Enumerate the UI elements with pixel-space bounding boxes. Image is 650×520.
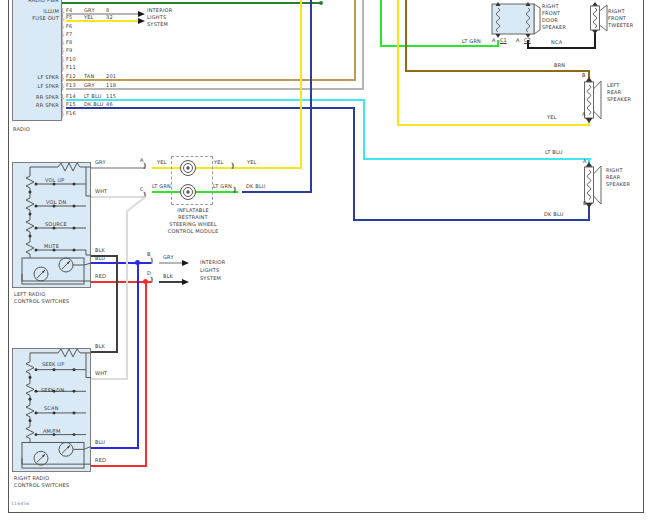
wire-red-right [91, 465, 147, 467]
component-label: DOOR [542, 17, 558, 23]
wire-label: BLK [95, 343, 105, 349]
component-label: REAR [606, 174, 620, 180]
wire-d-blk [159, 281, 182, 283]
wire-switch-gry [91, 167, 145, 169]
system-arrow [182, 260, 189, 266]
pin-bracket: } [60, 48, 65, 56]
inline-connector: ⟩⟩ [150, 277, 151, 284]
wire-yel-riser [300, 0, 302, 169]
interior-lights-system: SYSTEM [200, 275, 221, 281]
junction-dot [135, 260, 140, 265]
wire-radio-pwr-dk-grn [62, 2, 322, 4]
wire-label: LT GRN [462, 38, 481, 44]
wire-switch-wht [91, 196, 145, 198]
wire-label: NCA [551, 39, 562, 45]
wire-dk-blu-riser [310, 0, 312, 193]
wire-label: RED [95, 273, 106, 279]
wire-blu-riser [137, 262, 139, 449]
component-label: CONTROL SWITCHES [14, 482, 69, 488]
radio-pin-label: LF SPKR [12, 74, 59, 80]
speaker-connector-id: C1 [500, 37, 507, 43]
interior-lights-system: INTERIOR [200, 259, 225, 265]
wire-wht-diagonal [125, 196, 146, 213]
interior-lights-system: LIGHTS [200, 267, 219, 273]
pin-bracket: } [60, 111, 65, 119]
wire-label: DK BLU [544, 211, 564, 217]
wire-lt-grn-riser [380, 0, 382, 47]
pin-number: F11 [66, 64, 76, 70]
wire-label: LT BLU [545, 149, 563, 155]
switch-label: SCAN [44, 405, 59, 411]
wire-tan-riser [354, 0, 356, 81]
wire-f13-gry [66, 88, 364, 90]
wire-red-left [91, 281, 151, 283]
wire-wht-riser [126, 212, 128, 380]
switch-label: MUTE [44, 243, 59, 249]
system-arrow [182, 279, 189, 285]
inline-connector: ⟩⟩ [233, 187, 234, 194]
pin-number: F16 [66, 110, 76, 116]
radio-pin-label: ILLUM [12, 8, 59, 14]
wire-label: DK BLU [246, 183, 266, 189]
wire-label: LT GRN [152, 183, 171, 189]
frame-border-left [8, 0, 9, 513]
wire-label: BLU [95, 255, 105, 261]
wire-lt-blu-rr [363, 158, 591, 160]
wiring-diagram: 116456 RADIO PWR ILLUM FUSE OUT LF SPKR … [0, 0, 650, 520]
pin-number: F7 [66, 31, 72, 37]
interior-lights-system: LIGHTS [147, 14, 166, 20]
component-label: LEFT RADIO [14, 291, 45, 297]
wire-f12-tan [66, 79, 356, 81]
speaker-pin-letter: A [516, 37, 519, 43]
component-label: RIGHT [606, 167, 623, 173]
wire-brn [405, 70, 590, 72]
wire-label: LT GRN [213, 183, 232, 189]
frame-border-right [643, 0, 644, 513]
junction-dot [143, 279, 148, 284]
radio-pin-label: RR SPKR [12, 94, 59, 100]
pin-number: F10 [66, 56, 76, 62]
component-label: FRONT [608, 15, 626, 21]
frame-border-bottom [8, 512, 644, 513]
component-label: TWEETER [608, 22, 633, 28]
wire-f14-lt-blu [66, 99, 365, 101]
wire-label: YEL [157, 159, 167, 165]
switch-label: SEEK UP [42, 361, 64, 367]
wire-nca [527, 47, 596, 49]
wire-label: WHT [95, 370, 107, 376]
radio-pin-label: RADIO PWR [12, 0, 59, 3]
wire-f4-gry [66, 13, 138, 15]
wire-yel-lr-riser [397, 0, 399, 126]
pin-number: F8 [66, 39, 72, 45]
speaker-pin-letter: A [582, 111, 585, 117]
system-arrow [138, 11, 145, 17]
interior-lights-system: SYSTEM [147, 21, 168, 27]
pin-number: F6 [66, 23, 72, 29]
wire-dk-blu-rr [353, 219, 590, 221]
component-label: SPEAKER [607, 96, 631, 102]
srs-module-label: STEERING WHEEL [165, 221, 221, 227]
wire-end-dot [319, 1, 323, 5]
component-label: CONTROL SWITCHES [14, 298, 69, 304]
component-label: SPEAKER [606, 181, 630, 187]
wire-red-riser [145, 281, 147, 467]
wire-lt-blu-drop [363, 99, 365, 160]
pin-bracket: } [60, 75, 65, 83]
interior-lights-system: INTERIOR [147, 7, 172, 13]
left-rear-speaker-icon [582, 77, 606, 123]
srs-module-label: RESTRAINT [165, 214, 221, 220]
switch-label: VOL UP [45, 177, 65, 183]
wire-f5-yel [66, 20, 138, 22]
wire-blu-left [91, 262, 151, 264]
wire-label: BLK [95, 247, 105, 253]
wire-dk-blu-pin [588, 206, 590, 221]
wire-blu-right [91, 447, 139, 449]
wire-gry-riser [362, 0, 364, 90]
wire-blk-right [91, 351, 118, 353]
wire-label: WHT [95, 188, 107, 194]
switch-label: AM/FM [43, 428, 61, 434]
radio-label: RADIO [13, 126, 30, 132]
component-label: RIGHT [542, 3, 559, 9]
wire-label: BLK [163, 273, 173, 279]
wire-label: YEL [214, 159, 224, 165]
